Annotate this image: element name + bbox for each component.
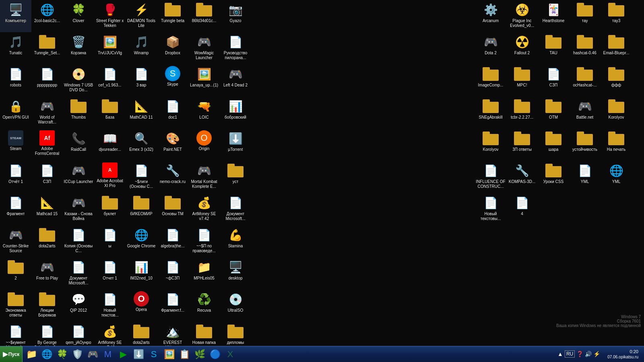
taskbar-app4[interactable]: M bbox=[101, 347, 115, 362]
icon-otchet1-row4[interactable]: 📄 Отчёт 1 bbox=[0, 161, 31, 193]
icon-wow[interactable]: 🎮 World of Warcraft... bbox=[31, 97, 63, 129]
icon-robots[interactable]: 📄 robots bbox=[0, 64, 31, 97]
icon-4[interactable]: 📄 4 bbox=[506, 193, 538, 225]
icon-artmoney-se-742[interactable]: 💰 ArtMoney SE v7.42 bbox=[188, 193, 220, 225]
icon-ust[interactable]: уст bbox=[220, 161, 251, 193]
icon-bobrovskiy[interactable]: 📊 бобровский bbox=[220, 97, 251, 129]
icon-yml1[interactable]: 📄 YML bbox=[569, 161, 601, 193]
icon-artmoney-se-740[interactable]: 💰 ArtMoney SE v7.40 bbox=[94, 322, 126, 346]
icon-rrrr[interactable]: 📄 ррррррррр bbox=[31, 64, 63, 97]
icon-recuva[interactable]: ♻️ Recuva bbox=[188, 290, 220, 322]
taskbar-app5[interactable]: ▶ bbox=[116, 347, 130, 362]
icon-tau1[interactable]: тау bbox=[569, 0, 601, 32]
icon-fp-pravo[interactable]: 📄 ~~$П по правоведе... bbox=[188, 225, 220, 257]
icon-hearthstone[interactable]: 🃏 Hearthstone bbox=[538, 0, 569, 32]
icon-steam[interactable]: STEAM Steam bbox=[0, 129, 31, 161]
icon-tunngle-beta[interactable]: Tunngle beta bbox=[157, 0, 188, 32]
icon-kazaki[interactable]: 🎮 Казаки - Снова Война bbox=[63, 193, 94, 225]
icon-algebra[interactable]: 📄 algebra(the... bbox=[157, 225, 188, 257]
icon-utorrent[interactable]: ⬇️ µTorrent bbox=[220, 129, 251, 161]
icon-origin[interactable]: O Origin bbox=[188, 129, 220, 161]
icon-lektsii[interactable]: Лекции Бореяков bbox=[31, 290, 63, 322]
system-clock[interactable]: 0:20 07.06.opikatsu.ru bbox=[605, 349, 641, 360]
icon-trvuj[interactable]: 🖼️ TrvUJUCxVlg bbox=[94, 32, 126, 64]
icon-influence[interactable]: 📄 INFLUENCE OF CONSTRUC... bbox=[475, 161, 506, 193]
icon-uroki-css[interactable]: Уроки CSS bbox=[538, 161, 569, 193]
icon-email-blueрr[interactable]: Email-Blueрr... bbox=[601, 32, 632, 64]
icon-mathcad11[interactable]: 📐 MathCAD 11 bbox=[126, 97, 157, 129]
taskbar-app2[interactable]: 🛡️ bbox=[70, 347, 85, 362]
icon-korolyov1[interactable]: Korolyov bbox=[601, 97, 632, 129]
icon-opera[interactable]: O Opera bbox=[126, 290, 157, 322]
icon-korzina[interactable]: 🗑️ Корзина bbox=[63, 32, 94, 64]
icon-google-chrome[interactable]: 🌐 Google Chrome bbox=[126, 225, 157, 257]
icon-dota2[interactable]: 🎮 Dota 2 bbox=[475, 32, 506, 64]
taskbar-skype[interactable]: S bbox=[147, 347, 161, 362]
taskbar-app8[interactable]: 📋 bbox=[177, 347, 192, 362]
icon-osnovy-tm[interactable]: Основы ТМ bbox=[157, 193, 188, 225]
icon-iccup[interactable]: 🎮 ICCup Launcher bbox=[63, 161, 94, 193]
icon-fszp[interactable]: 📄 ~фСЗП bbox=[157, 257, 188, 290]
taskbar-app9[interactable]: 🌿 bbox=[192, 347, 207, 362]
icon-cef[interactable]: 📄 cef_v1.963... bbox=[94, 64, 126, 97]
icon-lanaya[interactable]: 🖼️ Lanaya_up...(1) bbox=[188, 64, 220, 97]
icon-daemon-tools[interactable]: ⚡ DAEMON Tools Lite bbox=[126, 0, 157, 32]
icon-mortal-kombat[interactable]: 🎮 Mortal Kombat Komplete E... bbox=[188, 161, 220, 193]
icon-everest[interactable]: 🏔️ EVEREST Ultima... bbox=[157, 322, 188, 346]
icon-fallout2[interactable]: ☢️ Fallout 2 bbox=[506, 32, 538, 64]
taskbar-chrome[interactable]: 🌐 bbox=[39, 347, 54, 362]
icon-mphleis05[interactable]: 📁 MPHLeis05 bbox=[188, 257, 220, 290]
icon-clover[interactable]: 🍀 Clover bbox=[63, 0, 94, 32]
icon-winamp[interactable]: 🎵 Winamp bbox=[126, 32, 157, 64]
lang-indicator[interactable]: RU bbox=[565, 350, 575, 358]
icon-korolyov2[interactable]: Korolyov bbox=[475, 129, 506, 161]
taskbar-app7[interactable]: 🖼️ bbox=[162, 347, 176, 362]
icon-wowmagic[interactable]: 🎮 WowMagic Launcher bbox=[188, 32, 220, 64]
taskbar-app3[interactable]: 🎮 bbox=[85, 347, 100, 362]
icon-tau3[interactable]: тау3 bbox=[601, 0, 632, 32]
taskbar-app10[interactable]: 🔵 bbox=[208, 347, 222, 362]
icon-hashcat[interactable]: hashcat-0.46 bbox=[569, 32, 601, 64]
icon-openvpn[interactable]: 🔒 OpenVPN GUI bbox=[0, 97, 31, 129]
icon-fragment-row8[interactable]: 📄 Фрагмент.f... bbox=[157, 290, 188, 322]
icon-na-pechat[interactable]: На печать bbox=[601, 129, 632, 161]
icon-snegabrakill[interactable]: SNEgAbrakill bbox=[475, 97, 506, 129]
icon-free-to-play[interactable]: 🎮 Free to Play bbox=[31, 257, 63, 290]
icon-novaya-papka[interactable]: Новая папка bbox=[188, 322, 220, 346]
icon-gyazo[interactable]: 📷 Gyazo bbox=[220, 0, 251, 32]
icon-paintnet[interactable]: 🎨 Paint.NET bbox=[157, 129, 188, 161]
icon-szp-right[interactable]: 📄 СЗП bbox=[538, 64, 569, 97]
icon-plague-inc[interactable]: ☣️ Plague Inc Evolved_v0... bbox=[506, 0, 538, 32]
icon-shara[interactable]: шара bbox=[538, 129, 569, 161]
icon-dokument-microsoft-row7[interactable]: 📄 Документ Microsoft... bbox=[63, 257, 94, 290]
icon-buklet[interactable]: буклет bbox=[94, 193, 126, 225]
icon-battle-net[interactable]: 🎮 Battle.net bbox=[569, 97, 601, 129]
icon-tunngle-set[interactable]: Tunngle_Set... bbox=[31, 32, 63, 64]
icon-fff[interactable]: ффф bbox=[601, 64, 632, 97]
icon-left4dead2[interactable]: 🎮 Left 4 Dead 2 bbox=[220, 64, 251, 97]
icon-baza[interactable]: База bbox=[94, 97, 126, 129]
icon-otm[interactable]: ОТМ bbox=[538, 97, 569, 129]
icon-dropbox[interactable]: 📦 Dropbox bbox=[157, 32, 188, 64]
icon-noviy-tekst-right[interactable]: 📄 Новый текстовы... bbox=[475, 193, 506, 225]
icon-nemo-crack[interactable]: 🔧 nemo-crack.ru bbox=[157, 161, 188, 193]
icon-stamina[interactable]: 💪 Stamina bbox=[220, 225, 251, 257]
icon-im32ned10[interactable]: 📊 IM32ned_10 bbox=[126, 257, 157, 290]
icon-doc1[interactable]: 📄 doc1 bbox=[157, 97, 188, 129]
icon-oshashcat[interactable]: осHashcat-... bbox=[569, 64, 601, 97]
icon-dokument-microsoft-row9[interactable]: 📄 ~~$кумент Microsoft... bbox=[0, 322, 31, 346]
icon-mpc[interactable]: MPC! bbox=[506, 64, 538, 97]
icon-by-george[interactable]: 📄 By George Schneider 3r... bbox=[31, 322, 63, 346]
icon-dota2arts-row9[interactable]: dota2arts bbox=[126, 322, 157, 346]
icon-thumbs[interactable]: Thumbs bbox=[63, 97, 94, 129]
icon-ultraiso[interactable]: 💿 UltraISO bbox=[220, 290, 251, 322]
start-button[interactable]: ▶ Пуск bbox=[0, 346, 23, 362]
icon-raidcall[interactable]: 📞 RaidCall bbox=[63, 129, 94, 161]
tray-sound[interactable]: ⚡ bbox=[593, 351, 600, 357]
icon-ustoychivost[interactable]: устойчивость bbox=[569, 129, 601, 161]
icon-qip2012[interactable]: 💬 QIP 2012 bbox=[63, 290, 94, 322]
icon-tau-folder[interactable]: TAU bbox=[538, 32, 569, 64]
icon-kompas3d[interactable]: 🔧 KOMPAS-3D... bbox=[506, 161, 538, 193]
icon-diplomy[interactable]: дипломы bbox=[220, 322, 251, 346]
icon-noviy-tekst[interactable]: 📄 Новый текстов... bbox=[94, 290, 126, 322]
